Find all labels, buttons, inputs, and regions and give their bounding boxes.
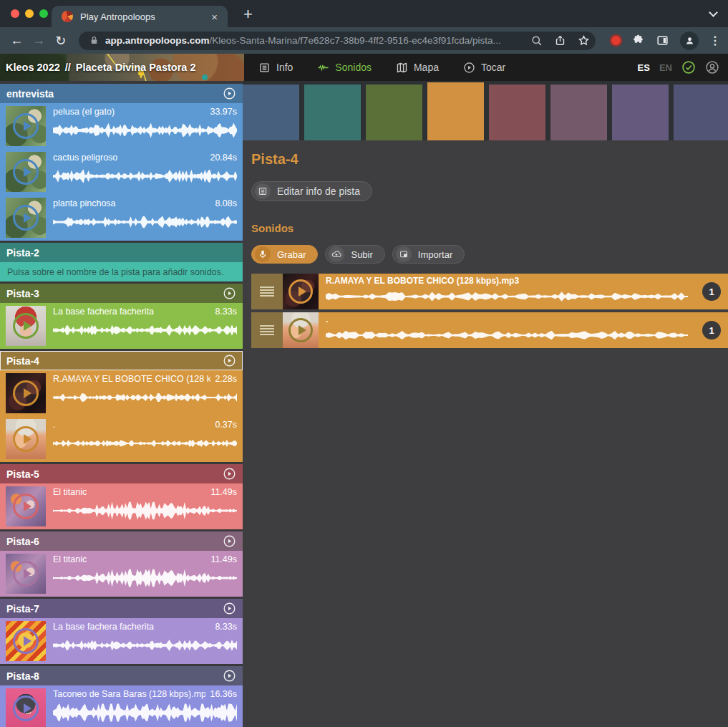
track-header[interactable]: entrevista: [0, 84, 243, 103]
sound-waveform[interactable]: [53, 167, 237, 186]
play-sound-icon[interactable]: [13, 695, 39, 721]
sound-thumbnail[interactable]: [6, 106, 46, 146]
side-panel-icon[interactable]: [656, 34, 669, 47]
play-sound-icon[interactable]: [13, 159, 39, 185]
play-sound-icon[interactable]: [13, 380, 39, 406]
sound-waveform[interactable]: [53, 321, 237, 340]
sound-waveform[interactable]: [326, 327, 688, 344]
search-icon[interactable]: [530, 34, 543, 47]
pista-sound-row[interactable]: R.AMAYA Y EL BOBOTE CHICO (128 kbps).mp3…: [251, 274, 728, 309]
play-track-icon[interactable]: [223, 354, 236, 367]
back-button[interactable]: ←: [7, 33, 26, 48]
track-header[interactable]: Pista-7: [0, 599, 243, 618]
tab-search-chevron-icon[interactable]: [709, 8, 718, 17]
extensions-puzzle-icon[interactable]: [631, 34, 645, 47]
track-color-swatch-5[interactable]: [489, 85, 545, 140]
play-sound-icon[interactable]: [13, 113, 39, 139]
play-sound-icon[interactable]: [13, 628, 39, 654]
lang-en[interactable]: EN: [659, 62, 672, 73]
sound-thumbnail[interactable]: [6, 419, 46, 459]
breadcrumb-project[interactable]: Kleos 2022: [6, 62, 60, 73]
reload-button[interactable]: ↻: [51, 33, 70, 49]
sound-item[interactable]: R.AMAYA Y EL BOBOTE CHICO (128 kbps)....…: [0, 370, 243, 416]
sound-item[interactable]: Taconeo de Sara Baras (128 kbps).mp3 16.…: [0, 685, 243, 727]
play-track-icon[interactable]: [223, 287, 236, 300]
sound-thumbnail[interactable]: [6, 306, 46, 346]
sound-item[interactable]: pelusa (el gato) 33.97s: [0, 103, 243, 149]
play-sound-icon[interactable]: [13, 426, 39, 452]
nav-info[interactable]: Info: [258, 62, 293, 74]
play-track-icon[interactable]: [223, 602, 236, 615]
play-sound-icon[interactable]: [13, 561, 39, 587]
play-sound-icon[interactable]: [13, 494, 39, 519]
track-color-swatch-3[interactable]: [366, 85, 422, 140]
sound-thumbnail[interactable]: [283, 312, 319, 348]
sound-waveform[interactable]: [53, 434, 237, 453]
track-color-swatch-1[interactable]: [243, 85, 299, 140]
nav-tocar[interactable]: Tocar: [463, 62, 505, 74]
new-tab-button[interactable]: +: [243, 4, 253, 24]
track-color-swatch-4[interactable]: [427, 82, 484, 143]
sound-waveform[interactable]: [53, 636, 237, 655]
track-color-swatch-6[interactable]: [550, 85, 607, 140]
sound-item[interactable]: La base fachera facherita 8.33s: [0, 618, 243, 664]
sound-waveform[interactable]: [53, 569, 237, 587]
sound-waveform[interactable]: [53, 213, 237, 231]
sound-thumbnail[interactable]: [6, 621, 46, 661]
lang-es[interactable]: ES: [638, 62, 650, 73]
sound-item[interactable]: El titanic 11.49s: [0, 483, 243, 529]
browser-tab[interactable]: Play Antropoloops ×: [52, 6, 228, 27]
sound-thumbnail[interactable]: [6, 373, 46, 413]
importar-button[interactable]: Importar: [392, 245, 465, 264]
edit-track-info-button[interactable]: Editar info de pista: [251, 181, 372, 201]
play-track-icon[interactable]: [223, 669, 236, 683]
pista-sound-row[interactable]: . 1: [251, 312, 728, 348]
bookmark-star-icon[interactable]: [578, 34, 590, 47]
browser-menu-icon[interactable]: ⋮: [709, 34, 721, 47]
sound-thumbnail[interactable]: [6, 688, 46, 727]
sound-waveform[interactable]: [53, 388, 237, 407]
minimize-window-button[interactable]: [25, 9, 34, 18]
track-color-swatch-7[interactable]: [612, 85, 669, 140]
track-header[interactable]: Pista-5: [0, 464, 243, 483]
track-header[interactable]: Pista-4: [0, 351, 243, 370]
address-bar[interactable]: app.antropoloops.com/Kleos-Santa-Marina/…: [79, 32, 596, 50]
share-icon[interactable]: [554, 34, 566, 47]
tab-close-icon[interactable]: ×: [208, 11, 220, 23]
drag-handle[interactable]: [251, 274, 283, 309]
play-sound-icon[interactable]: [13, 205, 39, 231]
sound-item[interactable]: planta pinchosa 8.08s: [0, 195, 243, 241]
sound-thumbnail[interactable]: [6, 152, 46, 192]
play-track-icon[interactable]: [223, 87, 236, 100]
project-map-banner[interactable]: Kleos 2022 // Placeta Divina Pastora 2: [0, 54, 244, 81]
sound-thumbnail[interactable]: [6, 486, 46, 526]
play-track-icon[interactable]: [223, 467, 236, 481]
sound-item[interactable]: El titanic 11.49s: [0, 551, 243, 597]
play-track-icon[interactable]: [223, 534, 236, 548]
sound-waveform[interactable]: [53, 501, 237, 520]
zoom-window-button[interactable]: [39, 9, 48, 18]
subir-button[interactable]: Subir: [325, 245, 384, 264]
track-header[interactable]: Pista-3: [0, 284, 243, 303]
track-header[interactable]: Pista-6: [0, 531, 243, 551]
track-color-swatch-8[interactable]: [674, 85, 728, 140]
sound-item[interactable]: cactus peligroso 20.84s: [0, 149, 243, 195]
sound-item[interactable]: . 0.37s: [0, 416, 243, 462]
track-header[interactable]: Pista-8: [0, 666, 243, 685]
sound-thumbnail[interactable]: [6, 198, 46, 238]
track-color-swatch-2[interactable]: [304, 85, 361, 140]
drag-handle[interactable]: [251, 312, 283, 348]
profile-avatar[interactable]: [680, 32, 699, 50]
play-sound-icon[interactable]: [288, 279, 313, 304]
sound-thumbnail[interactable]: [6, 554, 46, 594]
track-header[interactable]: Pista-2: [0, 243, 243, 262]
account-icon[interactable]: [705, 60, 719, 74]
sound-waveform[interactable]: [53, 703, 237, 722]
play-sound-icon[interactable]: [13, 313, 39, 339]
forward-button[interactable]: →: [29, 33, 49, 48]
record-extension-icon[interactable]: [611, 36, 621, 45]
nav-mapa[interactable]: Mapa: [396, 62, 439, 74]
sound-item[interactable]: La base fachera facherita 8.33s: [0, 303, 243, 349]
play-sound-icon[interactable]: [288, 318, 313, 342]
sound-waveform[interactable]: [53, 121, 237, 140]
